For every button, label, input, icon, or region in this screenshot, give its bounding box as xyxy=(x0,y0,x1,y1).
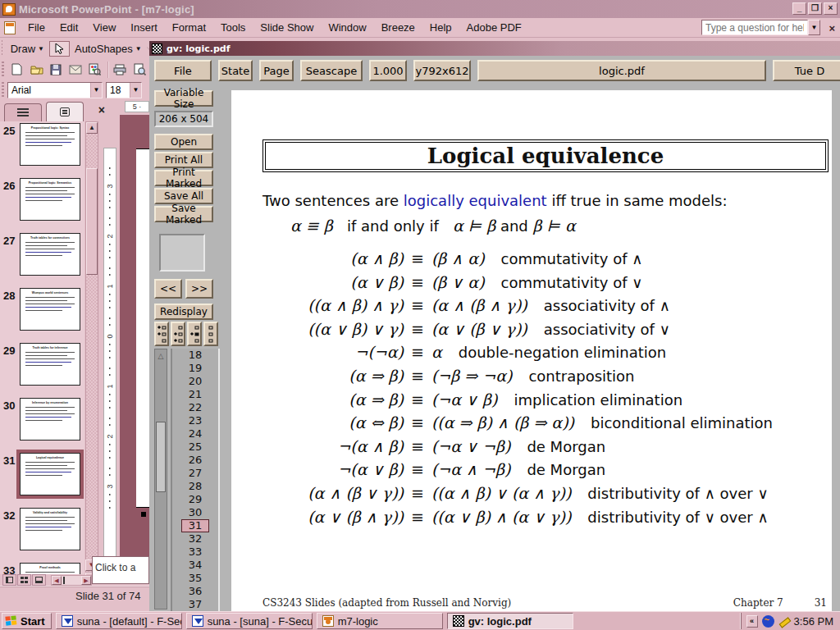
gv-save-marked-button[interactable]: Save Marked xyxy=(154,206,213,222)
scroll-left-button[interactable]: ◀ xyxy=(52,576,62,585)
mail-button[interactable] xyxy=(67,62,84,78)
page-number-item[interactable]: 24 xyxy=(181,427,209,441)
save-button[interactable] xyxy=(48,62,64,78)
help-input[interactable] xyxy=(701,20,808,35)
toolbar-grip[interactable] xyxy=(2,62,4,78)
menu-item[interactable]: Format xyxy=(165,19,213,36)
menu-item[interactable]: Edit xyxy=(52,19,85,36)
slide-thumbnail[interactable]: 26 Propositional logic: Semantics xyxy=(0,176,84,231)
new-document-button[interactable] xyxy=(9,62,25,78)
tab-outline[interactable] xyxy=(4,103,42,121)
tray-app-icon[interactable] xyxy=(762,615,774,628)
slide-thumbnail-preview[interactable]: Truth tables for connectives xyxy=(20,233,80,276)
page-number-item[interactable]: 21 xyxy=(181,388,209,401)
page-number-item[interactable]: 31 xyxy=(181,519,209,532)
page-number-item[interactable]: 37 xyxy=(181,598,209,611)
slide-sorter-view-button[interactable] xyxy=(17,574,31,586)
gv-variable-size-button[interactable]: Variable Size xyxy=(154,90,213,107)
font-combo[interactable]: Arial ▼ xyxy=(7,82,103,98)
taskbar-task[interactable]: gv: logic.pdf xyxy=(447,613,573,629)
page-number-item[interactable]: 28 xyxy=(181,480,209,493)
slide-thumbnail[interactable]: 30 Inference by enumeration xyxy=(0,396,84,451)
gv-save-all-button[interactable]: Save All xyxy=(154,188,213,204)
page-number-item[interactable]: 25 xyxy=(181,441,209,454)
gv-scale-button[interactable]: 1.000 xyxy=(369,60,407,81)
print-button[interactable] xyxy=(112,62,129,78)
menu-item[interactable]: Breeze xyxy=(374,19,422,36)
notes-pane[interactable]: Click to a xyxy=(92,556,149,584)
page-number-item[interactable]: 29 xyxy=(181,493,209,506)
menu-item[interactable]: Slide Show xyxy=(253,19,321,36)
taskbar-task[interactable]: m7-logic xyxy=(317,613,443,629)
slide-thumbnail-preview[interactable]: Validity and satisfiability xyxy=(20,508,80,550)
page-number-item[interactable]: 22 xyxy=(181,401,209,414)
page-number-item[interactable]: 33 xyxy=(181,546,209,559)
outline-horizontal-scrollbar[interactable]: ◀ ▶ xyxy=(51,575,92,586)
gv-pagesize-button[interactable]: y792x612 xyxy=(413,60,471,81)
menu-item[interactable]: Tools xyxy=(213,19,253,36)
gv-print-all-button[interactable]: Print All xyxy=(154,152,213,168)
page-number-item[interactable]: 27 xyxy=(181,467,209,480)
page-number-item[interactable]: 30 xyxy=(181,506,209,519)
pane-close-icon[interactable]: × xyxy=(98,103,105,116)
scrollbar-thumb[interactable] xyxy=(156,422,166,492)
slide-thumbnail-preview[interactable]: Truth tables for inference xyxy=(20,343,80,386)
preview-color-button[interactable] xyxy=(87,62,103,78)
scroll-up-button[interactable]: ▲ xyxy=(86,122,98,134)
menu-item[interactable]: Window xyxy=(321,19,373,36)
toolbar-grip[interactable] xyxy=(2,82,4,98)
help-dropdown-arrow[interactable]: ▼ xyxy=(808,20,820,35)
slide-thumbnail-preview[interactable]: Propositional logic: Semantics xyxy=(20,178,80,221)
gv-next-page-button[interactable]: >> xyxy=(185,279,213,299)
slide-thumbnail-preview[interactable]: Logical equivalence xyxy=(20,453,80,495)
gv-page-button[interactable]: Page xyxy=(259,60,294,81)
taskbar-task[interactable]: suna - [suna] - F-Secure S... xyxy=(186,613,313,629)
caret-down-icon[interactable]: ▼ xyxy=(130,83,141,98)
gv-mark-pattern-button-3[interactable] xyxy=(187,322,202,346)
slide-thumbnail-preview[interactable]: Inference by enumeration xyxy=(20,398,80,441)
slide-thumbnail-preview[interactable]: Proof methods xyxy=(20,563,80,574)
gv-state-button[interactable]: State xyxy=(218,60,253,81)
gv-mark-pattern-button-4[interactable] xyxy=(203,322,218,346)
menu-item[interactable]: Help xyxy=(422,19,459,36)
draw-menu-button[interactable]: Draw▼ xyxy=(6,40,49,57)
slide-thumbnail[interactable]: 29 Truth tables for inference xyxy=(0,341,84,396)
select-pointer-button[interactable] xyxy=(49,41,70,57)
gv-filename-button[interactable]: logic.pdf xyxy=(477,60,766,81)
scroll-up-triangle-icon[interactable]: △ xyxy=(156,351,166,361)
menu-item[interactable]: Insert xyxy=(123,19,165,36)
gv-date-button[interactable]: Tue D xyxy=(773,60,840,81)
scrollbar-thumb[interactable] xyxy=(86,168,98,275)
scroll-right-button[interactable]: ▶ xyxy=(81,576,91,585)
taskbar-task[interactable]: suna - [default] - F-Secure... xyxy=(56,613,182,629)
slide-thumbnail[interactable]: 27 Truth tables for connectives xyxy=(0,231,84,286)
slide-thumbnail[interactable]: 32 Validity and satisfiability xyxy=(0,506,84,561)
toolbar-grip[interactable] xyxy=(2,40,2,57)
slide-thumbnail[interactable]: 25 Propositional logic: Syntax xyxy=(0,121,84,176)
gv-titlebar[interactable]: gv: logic.pdf xyxy=(149,41,840,56)
gv-orientation-button[interactable]: Seascape xyxy=(300,60,363,81)
page-number-item[interactable]: 18 xyxy=(181,349,209,362)
autoshapes-menu-button[interactable]: AutoShapes▼ xyxy=(70,40,147,57)
slide-thumbnail-preview[interactable]: Propositional logic: Syntax xyxy=(20,123,80,166)
close-button[interactable]: × xyxy=(824,2,838,15)
print-preview-button[interactable] xyxy=(131,62,148,78)
restore-button[interactable]: ❐ xyxy=(808,2,822,15)
menu-item[interactable]: Adobe PDF xyxy=(459,19,529,36)
slide-thumbnail[interactable]: 28 Wumpus world sentences xyxy=(0,286,84,341)
gv-print-marked-button[interactable]: Print Marked xyxy=(154,170,213,186)
thumbnail-scrollbar[interactable]: ▲ xyxy=(85,121,98,573)
page-number-item[interactable]: 35 xyxy=(181,572,209,585)
gv-mark-pattern-button-1[interactable] xyxy=(154,322,169,346)
gv-redisplay-button[interactable]: Redisplay xyxy=(154,304,213,320)
menu-item[interactable]: View xyxy=(85,19,123,36)
slideshow-view-button[interactable] xyxy=(32,574,46,586)
page-number-item[interactable]: 34 xyxy=(181,559,209,572)
slide-thumbnail-preview[interactable]: Wumpus world sentences xyxy=(20,288,80,331)
caret-down-icon[interactable]: ▼ xyxy=(90,83,102,98)
menu-item[interactable]: File xyxy=(21,19,52,36)
minimize-button[interactable]: _ xyxy=(792,2,806,15)
start-button[interactable]: Start xyxy=(2,613,52,629)
slide-thumbnail[interactable]: 33 Proof methods xyxy=(0,561,84,574)
font-size-combo[interactable]: 18 ▼ xyxy=(106,82,142,98)
